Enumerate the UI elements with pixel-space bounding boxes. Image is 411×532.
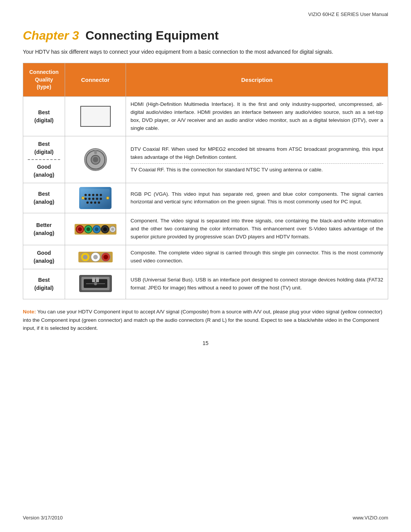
svg-rect-44 [92, 278, 95, 282]
usb-svg [78, 273, 113, 294]
svg-point-5 [84, 194, 87, 196]
quality-better-analog: Better(analog) [23, 213, 65, 245]
composite-connector-icon [70, 250, 121, 264]
description-vga: RGB PC (VGA). This video input has separ… [126, 183, 388, 213]
svg-point-15 [86, 201, 89, 204]
svg-point-14 [100, 198, 102, 200]
note-body: You can use your HDTV Component input to… [23, 309, 382, 331]
connector-component-cell [65, 213, 126, 245]
svg-point-29 [103, 227, 107, 231]
chapter-name: Connecting Equipment [85, 29, 218, 42]
component-svg [75, 222, 116, 236]
footer-version: Version 3/17/2010 [23, 515, 63, 521]
quality-coax-cell: Best(digital) Good(analog) [23, 136, 65, 183]
vga-svg [81, 189, 110, 207]
table-row: Best(digital) Good(analog) [23, 136, 388, 183]
svg-point-13 [96, 198, 98, 200]
chapter-label: Chapter 3 [23, 29, 79, 42]
connection-table: Connection Quality (type) Connector Desc… [23, 63, 388, 299]
note-paragraph: Note: You can use your HDTV Component in… [23, 308, 388, 332]
connector-usb-cell [65, 269, 126, 299]
svg-point-1 [91, 155, 100, 165]
hdmi-connector-icon [80, 106, 111, 127]
table-row: Good(analog) [23, 245, 388, 269]
coax-connector-icon [84, 148, 107, 171]
svg-point-6 [88, 194, 91, 196]
table-row: Best(digital) [23, 269, 388, 299]
svg-point-25 [86, 227, 90, 231]
svg-point-36 [93, 255, 98, 259]
svg-point-8 [96, 194, 98, 196]
header-connector: Connector [65, 63, 126, 97]
svg-point-31 [111, 228, 114, 231]
quality-best-digital-usb: Best(digital) [23, 269, 65, 299]
desc-divider [131, 163, 383, 164]
connector-coax-cell [65, 136, 126, 183]
coax-svg [85, 149, 106, 170]
svg-point-23 [78, 227, 82, 231]
page-wrapper: VIZIO 60HZ E SERIES User Manual Chapter … [0, 0, 411, 532]
connector-vga-cell [65, 183, 126, 213]
svg-rect-3 [94, 150, 97, 154]
composite-svg [78, 250, 113, 264]
header-description: Description [126, 63, 388, 97]
quality-good-analog: Good(analog) [28, 163, 60, 179]
quality-best-digital: Best(digital) [28, 140, 60, 156]
table-row: Better(analog) [23, 213, 388, 245]
svg-rect-45 [96, 278, 99, 282]
svg-point-10 [84, 198, 87, 200]
connector-hdmi-cell [65, 96, 126, 136]
description-usb: USB (Universal Serial Bus). USB is an in… [126, 269, 388, 299]
table-row: Best(digital) HDMI (High-Definition Mult… [23, 96, 388, 136]
svg-point-7 [92, 194, 94, 196]
svg-point-2 [94, 158, 97, 162]
table-header-row: Connection Quality (type) Connector Desc… [23, 63, 388, 97]
manual-title: VIZIO 60HZ E SERIES User Manual [308, 11, 388, 17]
quality-best-analog-vga: Best(analog) [23, 183, 65, 213]
table-row: Best(analog) [23, 183, 388, 213]
page-footer: Version 3/17/2010 www.VIZIO.com [23, 515, 388, 521]
usb-connector-icon [78, 273, 113, 295]
quality-best-digital-hdmi: Best(digital) [23, 96, 65, 136]
page-header: VIZIO 60HZ E SERIES User Manual [23, 11, 388, 17]
svg-point-34 [83, 255, 88, 259]
svg-point-16 [90, 201, 92, 204]
footer-website: www.VIZIO.com [353, 515, 388, 521]
description-hdmi: HDMI (High-Definition Multimedia Interfa… [126, 96, 388, 136]
note-label: Note: [23, 309, 36, 315]
svg-point-27 [95, 227, 99, 231]
component-connector-icon [70, 222, 121, 236]
svg-point-11 [88, 198, 91, 200]
svg-point-9 [100, 194, 102, 196]
svg-point-17 [94, 201, 96, 204]
description-coax: DTV Coaxial RF. When used for MPEG2 enco… [126, 136, 388, 183]
vga-connector-icon [79, 187, 112, 209]
connector-composite-cell [65, 245, 126, 269]
description-component: Component. The video signal is separated… [126, 213, 388, 245]
svg-point-18 [98, 201, 100, 204]
svg-point-43 [94, 282, 97, 285]
svg-point-38 [104, 255, 108, 259]
header-quality: Connection Quality (type) [23, 63, 65, 97]
chapter-title: Chapter 3 Connecting Equipment [23, 29, 388, 43]
quality-good-analog-composite: Good(analog) [23, 245, 65, 269]
svg-point-19 [82, 197, 84, 200]
quality-divider [28, 159, 60, 160]
svg-point-20 [107, 197, 109, 200]
svg-point-12 [92, 198, 94, 200]
page-number: 15 [23, 340, 388, 346]
intro-text: Your HDTV has six different ways to conn… [23, 48, 388, 56]
description-composite: Composite. The complete video signal is … [126, 245, 388, 269]
